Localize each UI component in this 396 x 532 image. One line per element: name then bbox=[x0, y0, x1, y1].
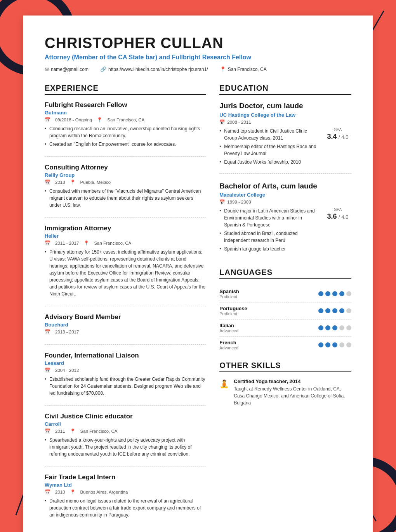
edu-date: 1999 - 2003 bbox=[227, 200, 251, 204]
dot-filled bbox=[325, 291, 330, 296]
job-date-icon: 📅 bbox=[45, 180, 50, 185]
job-company: Wyman Ltd bbox=[45, 482, 206, 488]
job-date: 2004 - 2012 bbox=[55, 368, 79, 373]
job-title: Civil Justice Clinic educator bbox=[45, 413, 206, 420]
dot-filled bbox=[332, 291, 337, 296]
linkedin-icon: 🔗 bbox=[100, 66, 106, 72]
lang-info: Italian Advanced bbox=[219, 323, 238, 333]
dot-filled bbox=[332, 342, 337, 347]
edu-content: Named top student in Civil Justice Clini… bbox=[219, 128, 351, 167]
edu-date-icon: 📅 bbox=[219, 199, 225, 205]
job-location-icon: 📍 bbox=[83, 240, 89, 246]
edu-meta: 📅 1999 - 2003 bbox=[219, 199, 351, 205]
job-date: 09/2018 - Ongoing bbox=[55, 117, 92, 122]
language-row: French Advanced bbox=[219, 337, 351, 353]
lang-dots bbox=[318, 342, 351, 347]
edu-bullet: Studied abroad in Brazil, conducted inde… bbox=[219, 230, 318, 244]
edu-degree: Bachelor of Arts, cum laude bbox=[219, 181, 351, 191]
dot-filled bbox=[332, 308, 337, 313]
lang-level: Proficient bbox=[219, 294, 239, 299]
gpa-label: GPA bbox=[324, 128, 351, 132]
job-title: Fulbright Research Fellow bbox=[45, 101, 206, 109]
job-title: Fair Trade Legal Intern bbox=[45, 473, 206, 481]
job-meta: 📅 2010📍 Buenos Aires, Argentina bbox=[45, 489, 206, 495]
job-bullets: Drafted memo on legal issues related to … bbox=[45, 497, 206, 518]
dot-empty bbox=[339, 325, 344, 330]
job-date: 2010 bbox=[55, 490, 65, 494]
gpa-box: GPA 3.4 / 4.0 bbox=[324, 128, 351, 141]
gpa-value: 3.4 / 4.0 bbox=[324, 133, 351, 141]
experience-heading: EXPERIENCE bbox=[45, 84, 206, 95]
lang-level: Proficient bbox=[219, 311, 247, 316]
job-block: Immigration Attorney Heller 📅 2011 - 201… bbox=[45, 225, 206, 306]
candidate-name: CHRISTOPHER CULLAN bbox=[45, 35, 351, 52]
job-block: Civil Justice Clinic educator Carroll 📅 … bbox=[45, 413, 206, 466]
languages-heading: LANGUAGES bbox=[219, 268, 351, 279]
job-date: 2018 bbox=[55, 180, 65, 185]
lang-name: Portuguese bbox=[219, 306, 247, 311]
lang-level: Advanced bbox=[219, 328, 238, 333]
edu-bullet: Named top student in Civil Justice Clini… bbox=[219, 128, 318, 142]
dot-filled bbox=[325, 308, 330, 313]
edu-date: 2008 - 2011 bbox=[227, 120, 251, 124]
job-title: Consulting Attorney bbox=[45, 164, 206, 171]
dot-filled bbox=[318, 325, 323, 330]
job-block: Consulting Attorney Reilly Group 📅 2018📍… bbox=[45, 164, 206, 218]
job-block: Fair Trade Legal Intern Wyman Ltd 📅 2010… bbox=[45, 473, 206, 527]
job-block: Advisory Board Member Bouchard 📅 2013 - … bbox=[45, 313, 206, 345]
job-title: Immigration Attorney bbox=[45, 225, 206, 232]
location-icon: 📍 bbox=[220, 66, 226, 72]
job-bullets: Consulted with members of the "Viacrucis… bbox=[45, 188, 206, 209]
job-company: Lessard bbox=[45, 360, 206, 366]
email-text: name@gmail.com bbox=[51, 67, 89, 72]
lang-info: Spanish Proficient bbox=[219, 288, 239, 299]
job-bullet: Consulted with members of the "Viacrucis… bbox=[45, 188, 206, 209]
job-meta: 📅 2013 - 2017 bbox=[45, 329, 206, 335]
job-bullets: Primary attorney for 150+ cases, includi… bbox=[45, 249, 206, 297]
resume-paper: CHRISTOPHER CULLAN Attorney (Member of t… bbox=[23, 16, 373, 532]
job-meta: 📅 2004 - 2012 bbox=[45, 368, 206, 373]
edu-bullet: Spanish language lab teacher bbox=[219, 245, 318, 252]
lang-name: Spanish bbox=[219, 288, 239, 294]
language-row: Italian Advanced bbox=[219, 320, 351, 337]
edu-school: UC Hastings College of the Law bbox=[219, 112, 351, 118]
gpa-number: 3.6 bbox=[327, 212, 337, 220]
edu-block: Bachelor of Arts, cum laude Macalester C… bbox=[219, 181, 351, 261]
lang-name: French bbox=[219, 340, 238, 345]
job-title: Advisory Board Member bbox=[45, 313, 206, 321]
job-meta: 📅 2011📍 San Francisco, CA bbox=[45, 428, 206, 434]
skill-description: Taught at Remedy Wellness Center in Oakl… bbox=[234, 385, 351, 406]
lang-dots bbox=[318, 308, 351, 313]
gpa-box: GPA 3.6 / 4.0 bbox=[324, 207, 351, 221]
job-title: Founder, International Liaison bbox=[45, 352, 206, 359]
skill-content: Certified Yoga teacher, 2014 Taught at R… bbox=[234, 378, 351, 406]
job-bullets: Established scholarship fund through the… bbox=[45, 376, 206, 397]
edu-bullet: Membership editor of the Hastings Race a… bbox=[219, 143, 318, 157]
job-date-icon: 📅 bbox=[45, 428, 50, 434]
gpa-denom: / 4.0 bbox=[339, 134, 348, 140]
dot-empty bbox=[346, 308, 351, 313]
edu-bullets: Double major in Latin American Studies a… bbox=[219, 207, 318, 254]
job-date-icon: 📅 bbox=[45, 240, 50, 246]
language-row: Spanish Proficient bbox=[219, 285, 351, 302]
other-skills-list: 🧘 Certified Yoga teacher, 2014 Taught at… bbox=[219, 378, 351, 406]
gpa-denom: / 4.0 bbox=[339, 214, 348, 220]
edu-date-icon: 📅 bbox=[219, 119, 225, 125]
header: CHRISTOPHER CULLAN Attorney (Member of t… bbox=[45, 35, 351, 72]
gpa-number: 3.4 bbox=[327, 133, 337, 140]
job-bullet: Primary attorney for 150+ cases, includi… bbox=[45, 249, 206, 297]
candidate-title: Attorney (Member of the CA State bar) an… bbox=[45, 54, 351, 61]
right-column: EDUCATION Juris Doctor, cum laude UC Has… bbox=[219, 84, 351, 532]
job-location: Puebla, Mexico bbox=[80, 180, 111, 185]
job-date-icon: 📅 bbox=[45, 368, 50, 373]
job-bullet: Established scholarship fund through the… bbox=[45, 376, 206, 397]
lang-info: Portuguese Proficient bbox=[219, 306, 247, 316]
dot-filled bbox=[318, 308, 323, 313]
edu-bullet: Double major in Latin American Studies a… bbox=[219, 207, 318, 228]
job-date-icon: 📅 bbox=[45, 329, 50, 335]
job-company: Carroll bbox=[45, 421, 206, 427]
gpa-label: GPA bbox=[324, 207, 351, 212]
two-col-layout: EXPERIENCE Fulbright Research Fellow Gut… bbox=[45, 84, 351, 532]
edu-meta: 📅 2008 - 2011 bbox=[219, 119, 351, 125]
job-meta: 📅 2018📍 Puebla, Mexico bbox=[45, 180, 206, 185]
